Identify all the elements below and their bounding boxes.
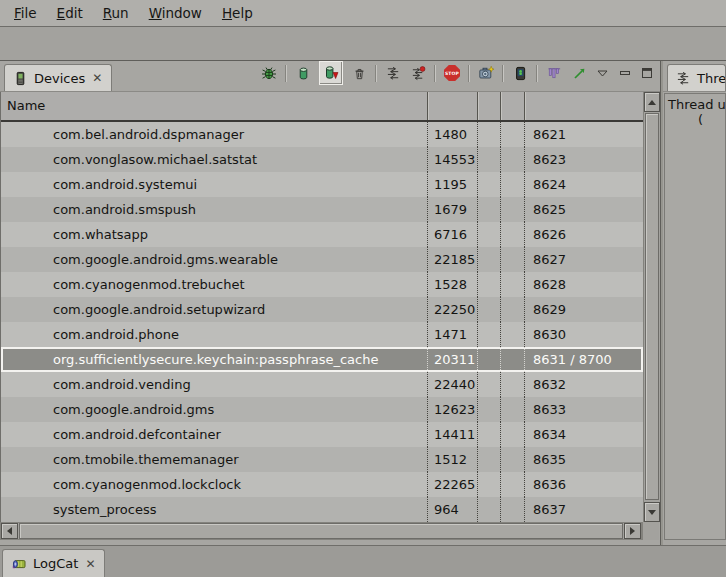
allocation-tracker-button[interactable] (545, 64, 563, 82)
process-name: com.android.smspush (1, 197, 428, 222)
empty-cell (478, 222, 501, 247)
triangle-right-icon (630, 527, 635, 535)
table-row[interactable]: com.android.vending 22440 8632 (1, 372, 643, 397)
table-row[interactable]: com.cyanogenmod.lockclock 22265 8636 (1, 472, 643, 497)
screen-capture-button[interactable] (477, 64, 495, 82)
process-pid: 22185 (428, 247, 478, 272)
close-icon[interactable]: ✕ (84, 557, 96, 571)
table-row[interactable]: com.vonglasow.michael.satstat 14553 8623 (1, 147, 643, 172)
table-row-selected[interactable]: org.sufficientlysecure.keychain:passphra… (1, 347, 643, 372)
heap-dump-icon (323, 65, 339, 81)
process-pid: 22440 (428, 372, 478, 397)
scroll-up-button[interactable] (644, 92, 660, 112)
table-row[interactable]: com.android.smspush 1679 8625 (1, 197, 643, 222)
menu-file[interactable]: File (4, 1, 47, 25)
column-header-2[interactable] (501, 92, 525, 120)
tab-devices[interactable]: Devices ✕ (4, 64, 112, 91)
column-header-1[interactable] (478, 92, 501, 120)
table-row[interactable]: com.google.android.gms.wearable 22185 86… (1, 247, 643, 272)
column-header-port[interactable] (525, 92, 643, 120)
table-row[interactable]: com.android.defcontainer 14411 8634 (1, 422, 643, 447)
vertical-scroll-thumb[interactable] (645, 113, 659, 500)
process-port: 8636 (525, 472, 643, 497)
process-pid: 1195 (428, 172, 478, 197)
empty-cell (501, 122, 525, 147)
table-row[interactable]: com.google.android.gms 12623 8633 (1, 397, 643, 422)
menu-edit[interactable]: Edit (47, 1, 93, 25)
empty-cell (478, 397, 501, 422)
stop-process-button[interactable]: STOP (443, 64, 461, 82)
column-header-name[interactable]: Name (1, 92, 428, 120)
minimize-button[interactable] (617, 66, 632, 81)
process-pid: 14553 (428, 147, 478, 172)
process-name: com.cyanogenmod.lockclock (1, 472, 428, 497)
empty-cell (501, 397, 525, 422)
table-row[interactable]: com.bel.android.dspmanager 1480 8621 (1, 122, 643, 147)
table-row[interactable]: com.tmobile.thememanager 1512 8635 (1, 447, 643, 472)
tab-threads[interactable]: Threads (667, 64, 726, 91)
empty-cell (478, 447, 501, 472)
main-area: Devices ✕ (0, 61, 726, 545)
start-tracing-button[interactable] (570, 64, 588, 82)
menu-bar: File Edit Run Window Help (0, 0, 726, 27)
scroll-down-button[interactable] (644, 502, 660, 522)
column-header-pid[interactable] (428, 92, 478, 120)
empty-cell (501, 197, 525, 222)
menu-window[interactable]: Window (139, 1, 212, 25)
triangle-up-icon (648, 100, 656, 105)
process-name: com.android.systemui (1, 172, 428, 197)
empty-cell (478, 497, 501, 522)
empty-cell (501, 422, 525, 447)
process-list: com.bel.android.dspmanager 1480 8621 com… (1, 122, 643, 522)
process-pid: 1679 (428, 197, 478, 222)
horizontal-scrollbar-row (0, 522, 660, 540)
cause-gc-button[interactable] (350, 64, 368, 82)
green-arrow-icon (572, 66, 587, 81)
table-row[interactable]: com.android.phone 1471 8630 (1, 322, 643, 347)
empty-cell (478, 322, 501, 347)
vertical-scrollbar[interactable] (643, 92, 660, 522)
triangle-down-icon (648, 510, 656, 515)
bottom-tab-bar: LogCat ✕ (0, 545, 726, 577)
update-heap-button[interactable] (294, 64, 312, 82)
empty-cell (478, 372, 501, 397)
process-name: com.google.android.setupwizard (1, 297, 428, 322)
menu-help[interactable]: Help (212, 1, 263, 25)
maximize-icon (641, 67, 653, 79)
view-menu-button[interactable] (595, 66, 610, 81)
empty-cell (501, 322, 525, 347)
dump-hprof-button[interactable] (319, 61, 343, 85)
process-port: 8632 (525, 372, 643, 397)
table-row[interactable]: com.whatsapp 6716 8626 (1, 222, 643, 247)
threads-view: Threads Thread up ( (663, 61, 726, 545)
debug-process-button[interactable] (260, 64, 278, 82)
toolbar-separator (536, 65, 538, 82)
table-row[interactable]: com.android.systemui 1195 8624 (1, 172, 643, 197)
table-row[interactable]: com.cyanogenmod.trebuchet 1528 8628 (1, 272, 643, 297)
main-toolbar-strip (0, 27, 726, 61)
process-name: system_process (1, 497, 428, 522)
table-row[interactable]: com.google.android.setupwizard 22250 862… (1, 297, 643, 322)
chevron-down-icon (596, 68, 609, 78)
method-profiling-button[interactable] (409, 64, 427, 82)
tab-logcat[interactable]: LogCat ✕ (2, 549, 105, 577)
menu-run[interactable]: Run (93, 1, 139, 25)
scroll-left-button[interactable] (1, 523, 18, 539)
reset-adb-button[interactable] (511, 64, 529, 82)
maximize-button[interactable] (639, 66, 654, 81)
empty-cell (501, 472, 525, 497)
process-name: com.whatsapp (1, 222, 428, 247)
threads-tab-label: Threads (697, 71, 726, 86)
close-icon[interactable]: ✕ (91, 71, 103, 85)
toolbar-separator (375, 65, 377, 82)
process-name: com.android.defcontainer (1, 422, 428, 447)
empty-cell (478, 147, 501, 172)
scroll-right-button[interactable] (624, 523, 641, 539)
table-row[interactable]: system_process 964 8637 (1, 497, 643, 522)
update-threads-button[interactable] (384, 64, 402, 82)
threads-icon (386, 66, 401, 81)
bug-icon (261, 65, 277, 81)
horizontal-scroll-thumb[interactable] (19, 523, 623, 539)
process-port: 8633 (525, 397, 643, 422)
horizontal-scrollbar[interactable] (0, 522, 642, 540)
